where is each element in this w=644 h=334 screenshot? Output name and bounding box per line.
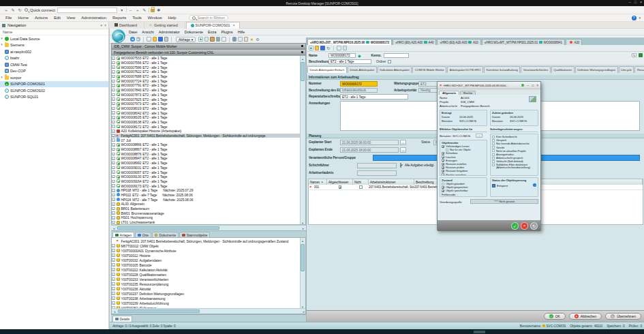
menu-item[interactable]: Plugins — [221, 30, 232, 34]
nav-tree-item[interactable]: SUNPOR-COMOS01 — [0, 81, 108, 88]
expand-toggle[interactable]: ▾ — [0, 76, 3, 80]
settings-icon[interactable]: ⚙ — [256, 37, 260, 42]
document-tab[interactable]: «HRO.W2»207._WT.PM.MP016.2025.06 WO00008… — [307, 39, 392, 46]
expand-toggle[interactable]: + — [112, 166, 115, 170]
tree-item[interactable]: + WO00009130 ET2 - alle 1 Tage — [112, 174, 301, 179]
quick-connect-input[interactable] — [57, 7, 117, 13]
paste-icon[interactable] — [210, 37, 215, 42]
start-date-picker-button[interactable]: ... — [400, 140, 406, 145]
geplantes-ende-field[interactable]: 21.06.2025 18:00:00 — [340, 147, 399, 153]
expand-toggle[interactable]: + — [112, 273, 115, 276]
expand-toggle[interactable]: + — [112, 282, 115, 286]
expand-toggle[interactable]: + — [112, 121, 115, 124]
checkbox[interactable] — [492, 146, 495, 149]
edit-session-icon[interactable]: ✎ — [10, 7, 16, 13]
tree-item[interactable]: + WO00008866 ET2 - alle 1 Tage — [112, 142, 301, 147]
expand-toggle[interactable]: + — [112, 244, 115, 247]
edit-icon[interactable]: ✎ — [142, 7, 147, 13]
beschreibung-eq-field[interactable]: Infrastrukturblock — [340, 88, 378, 93]
expand-toggle[interactable]: + — [112, 157, 115, 160]
scroll-up-icon[interactable]: ▲ — [300, 56, 305, 61]
expand-toggle[interactable]: + — [112, 254, 115, 257]
checkbox[interactable] — [442, 189, 444, 192]
scrollbar-thumb[interactable] — [301, 244, 305, 271]
minimize-button[interactable]: – — [629, 0, 631, 4]
expand-toggle[interactable]: + — [112, 263, 115, 267]
expand-toggle[interactable]: ▾ — [0, 37, 3, 41]
tree-item[interactable]: + Y00T00236 Aktivität — [112, 286, 301, 291]
alle-aufgaben-checkbox[interactable] — [400, 163, 401, 168]
detail-tab[interactable]: Lifecycle — [619, 66, 634, 73]
tree-item[interactable]: + A20 Kollektivpaket Historie (Arbeitspa… — [112, 129, 301, 134]
zoom-out-icon[interactable]: − — [128, 7, 134, 13]
checkbox[interactable] — [446, 149, 448, 151]
scrollbar-thumb[interactable] — [117, 226, 219, 230]
apply-button[interactable]: ↻ Übernehmen — [605, 313, 641, 320]
tree-item[interactable]: + WO00008042 ET2 - alle 1 Tage — [112, 110, 301, 115]
zoom-in-icon[interactable]: + — [135, 7, 140, 13]
tree-item[interactable]: + WO00008105 ET2 - alle 1 Tage — [112, 115, 301, 120]
separator[interactable] — [229, 37, 230, 42]
expand-toggle[interactable]: + — [112, 162, 115, 165]
document-tab[interactable]: A20 — [566, 39, 582, 46]
dialog-cancel-button[interactable]: × — [521, 222, 528, 230]
separator[interactable] — [333, 46, 334, 51]
column-namen[interactable]: Namen — [309, 179, 327, 185]
forward-icon[interactable]: ► — [136, 37, 141, 42]
tree-item[interactable]: + Y00T00032 Aufgabendaten — [112, 258, 301, 262]
separator[interactable] — [171, 37, 172, 42]
detail-tab[interactable]: Details Arbeitspaket — [348, 66, 377, 73]
expand-toggle[interactable]: + — [112, 153, 115, 156]
checkbox[interactable] — [442, 170, 444, 172]
tree-item[interactable]: + Y00T00235 Ressourcenplanung — [112, 282, 301, 286]
copy-icon[interactable] — [204, 37, 209, 42]
search-icon[interactable] — [221, 37, 226, 42]
navigate-icon[interactable]: ◆ — [358, 53, 361, 58]
nav-tree-item[interactable]: bsahr — [0, 55, 108, 62]
dialog-minimize-button[interactable]: – — [527, 83, 530, 87]
tree-item[interactable]: + WO00007973 ET2 - alle 1 Tage — [112, 102, 301, 106]
menu-item[interactable]: View — [67, 16, 76, 20]
menu-item[interactable]: Administration — [81, 16, 106, 20]
tree-item[interactable]: + WO00008867 ET2 - alle 1 Tage — [112, 147, 301, 152]
tree-item[interactable]: + Y00T00228 Qualifikationsarten — [112, 272, 301, 277]
schichtfuehrer-field[interactable] — [357, 163, 397, 168]
expand-toggle[interactable]: + — [112, 70, 115, 74]
working-layer-bar[interactable]: Freigegebener Bereich verbunden mit 100:… — [111, 49, 306, 55]
menu-item[interactable]: Tools — [132, 16, 142, 20]
expand-toggle[interactable]: + — [112, 116, 115, 119]
abfrage-dropdown[interactable]: Abfrage ▾ — [176, 37, 196, 42]
checkbox[interactable] — [442, 186, 444, 189]
tree-item[interactable]: + WO00008138 ET2 - alle 1 Tage — [112, 120, 301, 125]
detail-tab[interactable]: Korrektive Instandhaltung — [484, 66, 520, 73]
menu-item[interactable]: Dokumente — [185, 30, 203, 34]
kennz-input[interactable] — [384, 53, 409, 58]
menu-item[interactable]: Reports — [112, 16, 126, 20]
expand-toggle[interactable]: + — [112, 102, 115, 106]
tree-item[interactable]: + HP018 MT2 - alle 1 Tage Nächste: 2025.… — [112, 188, 301, 193]
checkbox[interactable] — [442, 152, 444, 155]
pin-icon[interactable]: ▾ — [100, 23, 102, 27]
lock-icon[interactable] — [151, 9, 155, 12]
dialog-ok-button[interactable]: ✓ — [511, 222, 519, 230]
tree-item[interactable]: + WO00009164 ET2 - alle 1 Tage — [112, 179, 301, 184]
navigate-icon[interactable]: ◆ — [198, 37, 203, 42]
checkbox[interactable] — [442, 183, 444, 185]
tree-item[interactable]: + HP024 MT2 - alle 7 Tage Nächste: 2025.… — [112, 197, 301, 202]
dialog-maximize-button[interactable]: □ — [532, 83, 534, 87]
separator[interactable] — [149, 7, 149, 12]
notes-icon[interactable]: ✎ — [632, 53, 637, 58]
expand-toggle[interactable]: + — [112, 202, 115, 206]
layout-icon[interactable] — [337, 46, 341, 50]
menu-item[interactable]: Actions — [35, 16, 48, 20]
expand-toggle[interactable]: + — [112, 97, 115, 101]
menu-item[interactable]: Window — [148, 16, 162, 20]
expand-toggle[interactable]: + — [112, 93, 115, 97]
refresh-icon[interactable]: ↻ — [326, 46, 331, 50]
rdm-tab[interactable]: SUNPOR-COMOS01 × — [186, 22, 240, 29]
tree-item[interactable]: + Y00T00222 Kalkulation Aktivität — [112, 267, 301, 272]
nav-tree-item[interactable]: SUNPOR-SQL01 — [0, 94, 108, 101]
expand-toggle[interactable]: + — [112, 189, 115, 192]
checkbox[interactable] — [492, 139, 495, 142]
horizontal-scrollbar[interactable]: ◄ ► — [112, 308, 306, 314]
